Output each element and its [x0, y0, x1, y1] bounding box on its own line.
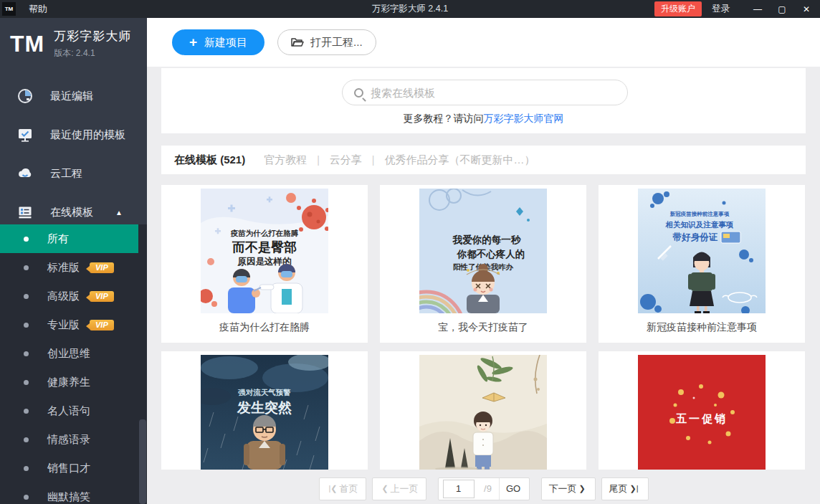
sidebar-item-professional[interactable]: 专业版 VIP	[0, 310, 138, 339]
page-total: /9	[477, 483, 499, 494]
sidebar-item-emotional-quotes[interactable]: 情感语录	[0, 425, 138, 454]
template-card[interactable]	[380, 351, 586, 470]
template-thumbnail-storm-warning[interactable]: 强对流天气预警 发生突然	[201, 355, 328, 470]
template-thumbnail-vaccine-arm[interactable]: 疫苗为什么打在胳膊 而不是臀部 原因是这样的	[201, 189, 328, 313]
vip-badge: VIP	[90, 291, 114, 302]
cloud-icon	[17, 166, 33, 181]
template-card[interactable]: 强对流天气预警 发生突然	[161, 351, 368, 470]
template-caption: 新冠疫苗接种前注意事项	[599, 321, 805, 334]
svg-text:强对流天气预警: 强对流天气预警	[237, 388, 291, 396]
pagination-page-group: /9 GO	[438, 477, 530, 500]
help-menu[interactable]: 帮助	[22, 0, 54, 18]
maximize-icon[interactable]: ▢	[770, 0, 794, 18]
upgrade-account-button[interactable]: 升级账户	[654, 1, 702, 16]
open-project-button[interactable]: 打开工程...	[277, 29, 376, 55]
sidebar-item-standard[interactable]: 标准版 VIP	[0, 253, 138, 282]
template-caption: 疫苗为什么打在胳膊	[161, 321, 368, 334]
monitor-check-icon	[17, 127, 33, 143]
sidebar-item-label: 最近使用的模板	[50, 128, 125, 142]
template-thumbnail-may-day-sale[interactable]: 五一促销	[638, 355, 766, 470]
first-page-icon: |❮	[328, 484, 337, 493]
sidebar-item-humor[interactable]: 幽默搞笑	[0, 482, 138, 504]
pagination-last-button[interactable]: 尾页 ❯|	[601, 477, 649, 500]
sidebar-header: TM 万彩字影大师 版本: 2.4.1	[0, 18, 147, 70]
svg-text:我爱你的每一秒: 我爱你的每一秒	[452, 234, 522, 245]
app-logo: TM	[10, 31, 44, 57]
bullet-icon	[24, 409, 29, 414]
bullet-icon	[24, 466, 29, 471]
sidebar-item-label: 最近编辑	[50, 90, 93, 103]
template-card[interactable]: 我爱你的每一秒 你都不心疼人的 阳性了传染我咋办 宝，我今天打疫苗了	[380, 185, 586, 343]
bullet-icon	[24, 323, 29, 328]
search-icon	[354, 88, 363, 98]
recent-edit-icon	[17, 88, 33, 104]
svg-text:你都不心疼人的: 你都不心疼人的	[457, 249, 525, 260]
page-number-input[interactable]	[443, 480, 475, 498]
tab-featured-works[interactable]: 优秀作品分享（不断更新中…）	[384, 153, 535, 167]
sidebar-item-recent-templates[interactable]: 最近使用的模板	[0, 115, 147, 154]
sidebar-item-sales-talk[interactable]: 销售口才	[0, 454, 138, 482]
sidebar-item-startup-thinking[interactable]: 创业思维	[0, 339, 138, 368]
sidebar-submenu: 所有 标准版 VIP 高级版 VIP 专业版 VIP 创业思维 健康养生 名人语…	[0, 224, 147, 504]
template-thumbnail-vaccinated-girl[interactable]: 我爱你的每一秒 你都不心疼人的 阳性了传染我咋办	[419, 189, 547, 313]
official-site-link[interactable]: 万彩字影大师官网	[484, 113, 564, 124]
sidebar-item-label: 云工程	[50, 167, 82, 181]
sidebar-item-cloud-projects[interactable]: 云工程	[0, 154, 147, 193]
app-version: 版本: 2.4.1	[54, 47, 131, 60]
chevron-up-icon[interactable]: ▲	[115, 209, 123, 217]
app-name: 万彩字影大师	[54, 28, 131, 44]
template-card[interactable]: 疫苗为什么打在胳膊 而不是臀部 原因是这样的 疫苗为什么打在胳膊	[161, 185, 368, 343]
new-project-button[interactable]: + 新建项目	[172, 29, 264, 55]
svg-text:新冠疫苗接种前注意事项: 新冠疫苗接种前注意事项	[669, 211, 730, 217]
sidebar-item-advanced[interactable]: 高级版 VIP	[0, 282, 138, 310]
sidebar-item-famous-quotes[interactable]: 名人语句	[0, 396, 138, 425]
svg-text:五一促销: 五一促销	[676, 412, 728, 424]
tab-cloud-share[interactable]: 云分享	[330, 153, 362, 167]
bullet-icon	[24, 495, 29, 500]
svg-text:发生突然: 发生突然	[237, 400, 292, 415]
vip-badge: VIP	[90, 320, 114, 331]
sidebar-item-all[interactable]: 所有	[0, 224, 138, 253]
bullet-icon	[24, 380, 29, 385]
template-thumbnail-ink-painting-boy[interactable]	[419, 355, 547, 470]
bullet-icon	[24, 294, 29, 299]
svg-text:相关知识及注意事项: 相关知识及注意事项	[665, 220, 734, 229]
bullet-icon	[24, 437, 29, 442]
tab-bar: 在线模板 (521) 官方教程 | 云分享 | 优秀作品分享（不断更新中…）	[161, 146, 806, 174]
pagination-prev-button[interactable]: ❮ 上一页	[372, 477, 426, 500]
login-button[interactable]: 登录	[712, 3, 730, 15]
pagination-go-button[interactable]: GO	[499, 478, 528, 500]
tab-online-templates[interactable]: 在线模板 (521)	[174, 153, 245, 167]
pagination: |❮ 首页 ❮ 上一页 /9 GO 下一页 ❯ 尾页 ❯|	[147, 477, 820, 500]
folder-open-icon	[291, 37, 304, 48]
sidebar-item-recent-edits[interactable]: 最近编辑	[0, 77, 147, 115]
template-thumbnail-vaccine-notice[interactable]: 新冠疫苗接种前注意事项 相关知识及注意事项 带好身份证	[638, 189, 766, 313]
bullet-icon	[24, 351, 29, 356]
last-page-icon: ❯|	[629, 484, 638, 493]
sidebar-nav: 最近编辑 最近使用的模板 云工程	[0, 77, 147, 232]
svg-text:而不是臀部: 而不是臀部	[232, 240, 297, 255]
svg-text:疫苗为什么打在胳膊: 疫苗为什么打在胳膊	[230, 229, 299, 237]
app-icon: TM	[2, 2, 16, 16]
next-page-icon: ❯	[578, 484, 585, 493]
sidebar: TM 万彩字影大师 版本: 2.4.1 最近编辑 最近使用的模板	[0, 18, 147, 504]
svg-text:带好身份证: 带好身份证	[672, 232, 718, 242]
template-caption: 宝，我今天打疫苗了	[380, 321, 586, 334]
bullet-icon	[24, 237, 29, 242]
template-card[interactable]: 新冠疫苗接种前注意事项 相关知识及注意事项 带好身份证 新冠疫苗接种前注意事项	[599, 185, 805, 343]
tutorial-tip: 更多教程？请访问万彩字影大师官网	[161, 113, 806, 125]
vip-badge: VIP	[90, 262, 114, 273]
pagination-first-button[interactable]: |❮ 首页	[319, 477, 366, 500]
template-card[interactable]: 五一促销	[599, 351, 805, 470]
tab-official-tutorials[interactable]: 官方教程	[264, 153, 307, 167]
pagination-next-button[interactable]: 下一页 ❯	[541, 477, 596, 500]
sidebar-scrollbar[interactable]	[139, 419, 146, 504]
prev-page-icon: ❮	[381, 484, 388, 493]
sidebar-item-health[interactable]: 健康养生	[0, 368, 138, 396]
template-list-icon	[17, 204, 33, 220]
search-input[interactable]	[371, 87, 600, 99]
minimize-icon[interactable]: —	[745, 0, 770, 18]
close-icon[interactable]: ✕	[794, 0, 819, 18]
search-box[interactable]	[342, 80, 628, 105]
titlebar: TM 帮助 万彩字影大师 2.4.1 升级账户 登录 — ▢ ✕	[0, 0, 820, 18]
